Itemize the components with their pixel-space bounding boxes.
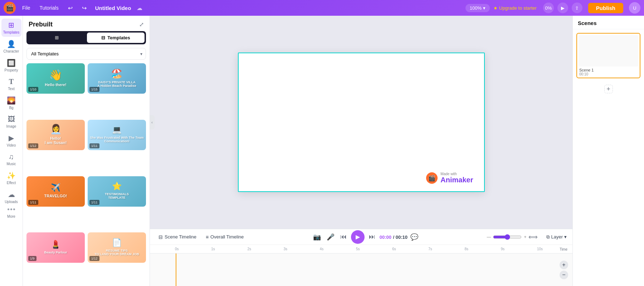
- template-card-5[interactable]: ✈️ TRAVELGO! 1/11: [26, 176, 85, 207]
- panel-header: Prebuilt ⤢: [23, 16, 150, 31]
- templates-icon: ⊞: [8, 21, 14, 29]
- scene-card-1[interactable]: Scene 1 00:10: [576, 33, 640, 78]
- scenes-panel: Scenes Scene 1 00:10 +: [572, 16, 644, 286]
- layer-control[interactable]: ⧉ Layer ▾: [546, 234, 567, 240]
- timeline-add-row-button[interactable]: +: [560, 261, 568, 269]
- sidebar-item-bg[interactable]: 🌄 Bg: [1, 94, 21, 112]
- scene-1-time: 00:10: [579, 72, 638, 76]
- sidebar-item-text[interactable]: T Text: [1, 75, 21, 93]
- avatar[interactable]: U: [629, 2, 640, 14]
- template-card-3[interactable]: 👩‍💼 Hello!I am Susan! 1/12: [26, 120, 85, 150]
- image-icon: 🖼: [8, 115, 15, 123]
- scenes-list: Scene 1 00:10 +: [573, 29, 644, 286]
- template-card-1[interactable]: 👋 Hello there! 1/10: [26, 63, 85, 94]
- canvas-wrapper: ‹ 🎬 Made with Animaker: [150, 16, 572, 229]
- layer-chevron-icon: ▾: [564, 234, 567, 240]
- layers-icon: ⧉: [546, 234, 550, 240]
- app-logo: 🎬: [4, 2, 16, 14]
- current-time: 00:00 / 00:10: [380, 234, 408, 240]
- overall-timeline-icon: ≡: [206, 234, 209, 240]
- sidebar-item-music[interactable]: ♫ Music: [1, 151, 21, 168]
- share-button[interactable]: ⇪: [572, 3, 582, 13]
- template-card-2[interactable]: 🏖️ DAISY'S PRIVATE VILLAA Hidden Beach P…: [88, 63, 146, 94]
- timeline-zoom-slider[interactable]: [493, 234, 522, 240]
- template-badge-6: 1/11: [89, 200, 99, 205]
- music-icon: ♫: [9, 153, 14, 161]
- sidebar-item-property[interactable]: 🔲 Property: [1, 56, 21, 75]
- template-filter-select[interactable]: All Templates Business Education Social …: [26, 48, 146, 60]
- sidebar-item-effect[interactable]: ✨ Effect: [1, 169, 21, 187]
- undo-button[interactable]: ↩: [65, 3, 75, 13]
- sidebar-item-uploads[interactable]: ☁ Uploads: [1, 188, 21, 206]
- panel-expand-button[interactable]: ⤢: [139, 21, 144, 28]
- skip-back-button[interactable]: ⏮: [339, 232, 348, 242]
- tutorials-button[interactable]: Tutorials: [37, 4, 62, 12]
- templates-grid: 👋 Hello there! 1/10 🏖️ DAISY'S PRIVATE V…: [23, 63, 150, 286]
- template-card-8[interactable]: 📄 RESUME TIPSTO LAND YOUR DREAM JOB 1/12: [88, 232, 146, 263]
- add-scene-button[interactable]: +: [604, 85, 613, 93]
- scene-timeline-icon: ⊟: [158, 234, 163, 240]
- publish-button[interactable]: Publish: [588, 3, 623, 13]
- template-badge-5: 1/11: [28, 200, 38, 205]
- zoom-minus-icon: —: [487, 235, 491, 240]
- watermark-brand-text: Animaker: [440, 176, 473, 184]
- tab-templates[interactable]: ⊟ Templates: [87, 33, 145, 43]
- camera-button[interactable]: 📷: [312, 232, 322, 242]
- timeline-ruler: 0s 1s 2s 3s 4s 5s 6s 7s 8s 9s 10s Time: [150, 245, 572, 253]
- character-icon: 👤: [7, 40, 16, 48]
- timeline-controls: ⊟ Scene Timeline ≡ Overall Timeline 📷 🎤 …: [150, 229, 572, 245]
- scenes-header: Scenes: [573, 16, 644, 29]
- template-badge-3: 1/12: [28, 143, 38, 148]
- mic-button[interactable]: 🎤: [325, 232, 336, 242]
- profile-percent-button[interactable]: 0%: [543, 3, 554, 13]
- upgrade-button[interactable]: ★ Upgrade to starter: [493, 5, 537, 11]
- timeline-playhead[interactable]: [176, 253, 176, 286]
- save-status-icon: ☁: [137, 5, 142, 11]
- overall-timeline-tab[interactable]: ≡ Overall Timeline: [203, 233, 247, 241]
- template-badge-4: 1/11: [89, 143, 99, 148]
- scene-1-thumbnail: [579, 35, 638, 66]
- canvas-stage: 🎬 Made with Animaker: [238, 53, 485, 192]
- file-menu-button[interactable]: File: [19, 4, 33, 12]
- sidebar-item-more[interactable]: More: [1, 212, 21, 221]
- template-icon: ⊟: [101, 35, 105, 40]
- tab-grid[interactable]: ⊞: [28, 33, 86, 43]
- template-card-7[interactable]: 💄 Beauty Parlour 1/9: [26, 232, 85, 263]
- more-dots: [8, 208, 15, 210]
- scene-timeline-tab[interactable]: ⊟ Scene Timeline: [156, 233, 199, 241]
- timeline-extend-button[interactable]: ⟺: [528, 233, 538, 241]
- sidebar-item-templates[interactable]: ⊞ Templates: [1, 19, 21, 37]
- ruler-marks: 0s 1s 2s 3s 4s 5s 6s 7s 8s 9s 10s: [174, 247, 572, 251]
- effect-icon: ✨: [7, 171, 16, 180]
- template-filter: All Templates Business Education Social …: [26, 48, 146, 60]
- panel-title: Prebuilt: [29, 21, 53, 28]
- sidebar-item-character[interactable]: 👤 Character: [1, 38, 21, 56]
- caption-button[interactable]: 💬: [410, 233, 418, 241]
- canvas-watermark: 🎬 Made with Animaker: [426, 172, 473, 184]
- skip-forward-button[interactable]: ⏭: [367, 232, 377, 242]
- sidebar-item-video[interactable]: ▶ Video: [1, 132, 21, 150]
- uploads-icon: ☁: [8, 190, 15, 199]
- template-badge-2: 1/15: [89, 87, 99, 92]
- template-badge-1: 1/10: [28, 87, 38, 92]
- redo-button[interactable]: ↪: [79, 3, 89, 13]
- panel-tabs: ⊞ ⊟ Templates: [26, 31, 146, 44]
- canvas-area: ‹ 🎬 Made with Animaker ⊟ Scene Timeline: [150, 16, 572, 286]
- panel-collapse-handle[interactable]: ‹: [150, 115, 155, 129]
- template-card-6[interactable]: ⭐ TESTIMONIALSTEMPLATE 1/11: [88, 176, 146, 207]
- templates-panel: Prebuilt ⤢ ⊞ ⊟ Templates All Templates B…: [23, 16, 150, 286]
- left-sidebar: ⊞ Templates 👤 Character 🔲 Property T Tex…: [0, 16, 23, 286]
- zoom-plus-icon: +: [524, 235, 526, 240]
- watermark-made-with-text: Made with: [440, 172, 473, 176]
- template-card-4[interactable]: 💻 She Was Frustrated With The Team Commu…: [88, 120, 146, 150]
- play-preview-button[interactable]: ▶: [557, 3, 568, 13]
- timeline-remove-row-button[interactable]: −: [560, 271, 568, 279]
- template-badge-8: 1/12: [89, 256, 99, 261]
- play-button[interactable]: ▶: [351, 230, 365, 244]
- property-icon: 🔲: [7, 59, 16, 67]
- sidebar-item-image[interactable]: 🖼 Image: [1, 113, 21, 131]
- text-icon: T: [9, 78, 14, 86]
- timeline-zoom-bar: — + ⟺: [487, 233, 538, 241]
- zoom-control[interactable]: 100% ▾: [465, 4, 490, 12]
- watermark-logo-icon: 🎬: [426, 172, 438, 184]
